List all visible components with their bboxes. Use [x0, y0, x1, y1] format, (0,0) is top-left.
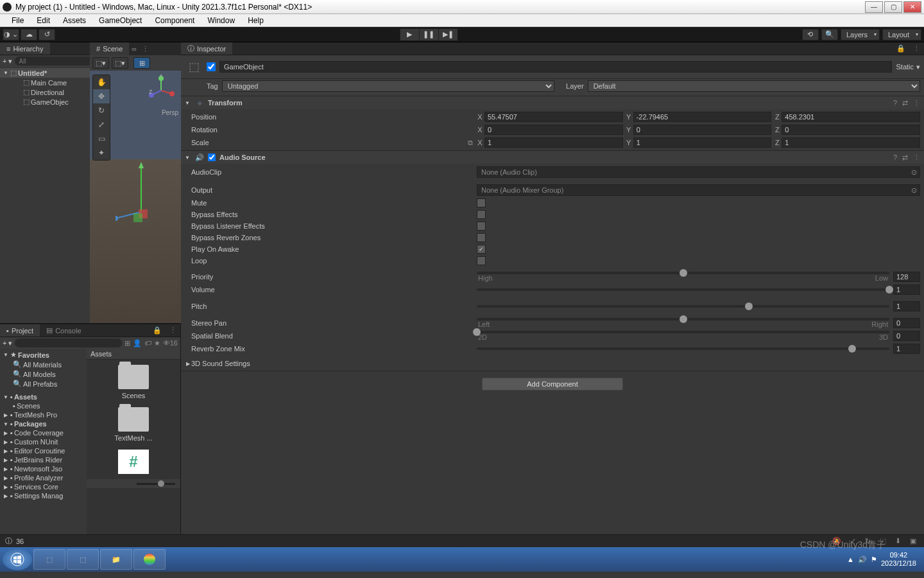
scene-options-icon[interactable]: ⋮	[139, 45, 151, 53]
menu-help[interactable]: Help	[241, 15, 270, 26]
search-button[interactable]: 🔍	[821, 29, 838, 40]
console-tab[interactable]: ▤ Console	[40, 325, 87, 336]
layout-dropdown[interactable]: Layout	[882, 29, 921, 40]
grid-size-slider[interactable]	[87, 479, 180, 488]
component-enabled-checkbox[interactable]	[208, 153, 216, 161]
game-tab-icon[interactable]: ∞	[129, 45, 139, 53]
folder-item[interactable]: TextMesh ...	[111, 407, 156, 442]
scale-tool[interactable]: ⤢	[93, 118, 110, 132]
scene-tab[interactable]: # Scene	[90, 42, 129, 55]
account-button[interactable]: ◑ ⌄	[3, 29, 19, 40]
preset-icon[interactable]: ⇄	[902, 99, 908, 107]
maximize-button[interactable]: ▢	[884, 1, 902, 13]
task-item[interactable]: ⬚	[33, 549, 65, 570]
rotation-x-input[interactable]	[484, 125, 623, 135]
bypass-reverb-checkbox[interactable]	[477, 233, 486, 242]
asset-item[interactable]: ▪ Scenes	[0, 401, 87, 410]
scale-z-input[interactable]	[782, 137, 920, 148]
filter-icon[interactable]: 👤	[133, 339, 142, 347]
start-button[interactable]	[3, 548, 32, 570]
spatial-input[interactable]	[893, 331, 920, 341]
rotation-z-input[interactable]	[782, 125, 920, 135]
stereo-slider[interactable]	[477, 318, 889, 320]
tray-icon[interactable]: 🔊	[858, 556, 867, 564]
asset-item[interactable]: ▶▪ TextMesh Pro	[0, 410, 87, 419]
filter-icon[interactable]: ⊞	[124, 339, 130, 347]
folder-item[interactable]: Scenes	[111, 365, 156, 399]
priority-slider[interactable]	[477, 272, 889, 274]
pause-button[interactable]: ❚❚	[419, 29, 438, 40]
info-icon[interactable]: ⓘ	[5, 536, 12, 546]
package-item[interactable]: ▶▪ Editor Coroutine	[0, 446, 87, 455]
clock[interactable]: 09:422023/12/18	[881, 551, 916, 568]
project-menu-icon[interactable]: ⋮	[166, 326, 180, 335]
menu-gameobject[interactable]: GameObject	[92, 15, 148, 26]
layers-dropdown[interactable]: Layers	[841, 29, 880, 40]
undo-history-button[interactable]: ⟲	[802, 29, 819, 40]
position-y-input[interactable]	[633, 112, 772, 122]
menu-edit[interactable]: Edit	[30, 15, 56, 26]
shading-mode-button[interactable]: ⬚▾	[92, 57, 109, 69]
volume-slider[interactable]	[477, 288, 889, 291]
menu-assets[interactable]: Assets	[56, 15, 92, 26]
move-gizmo-icon[interactable]	[116, 154, 180, 231]
menu-file[interactable]: File	[5, 15, 30, 26]
tray-icon[interactable]: ▲	[847, 556, 854, 563]
rotation-y-input[interactable]	[633, 125, 772, 135]
scale-y-input[interactable]	[633, 137, 772, 148]
package-item[interactable]: ▶▪ Newtonsoft Jso	[0, 464, 87, 473]
audioclip-field[interactable]: None (Audio Clip)	[477, 166, 920, 178]
component-menu-icon[interactable]: ⋮	[913, 153, 920, 162]
pitch-input[interactable]	[893, 301, 920, 311]
cloud-button[interactable]: ☁	[21, 29, 37, 40]
help-icon[interactable]: ?	[893, 99, 897, 107]
stereo-input[interactable]	[893, 318, 920, 328]
loop-checkbox[interactable]	[477, 256, 486, 265]
volume-input[interactable]	[893, 285, 920, 295]
history-button[interactable]: ↺	[38, 29, 55, 40]
asset-item[interactable]: #	[111, 450, 156, 474]
task-item[interactable]: ⬚	[67, 549, 99, 570]
gameobject-icon[interactable]: ⬚	[185, 58, 203, 76]
object-name-input[interactable]	[219, 61, 892, 73]
project-tab[interactable]: ▪ Project	[0, 324, 40, 337]
project-lock-icon[interactable]: 🔒	[149, 326, 166, 335]
package-item[interactable]: ▶▪ Services Core	[0, 482, 87, 491]
filter-icon[interactable]: 🏷	[144, 339, 151, 347]
help-icon[interactable]: ?	[893, 153, 897, 162]
package-item[interactable]: ▶▪ Profile Analyzer	[0, 473, 87, 482]
step-button[interactable]: ▶❚	[438, 29, 458, 40]
scale-x-input[interactable]	[484, 137, 623, 148]
close-button[interactable]: ✕	[903, 1, 921, 13]
tray-icon[interactable]: ⚑	[871, 556, 877, 564]
priority-input[interactable]	[893, 272, 920, 282]
packages-row[interactable]: ▼▪ Packages	[0, 419, 87, 428]
inspector-menu-icon[interactable]: ⋮	[909, 44, 924, 53]
move-tool[interactable]: ✥	[93, 89, 110, 103]
task-item[interactable]	[133, 549, 166, 570]
scene-viewport[interactable]: ✋ ✥ ↻ ⤢ ▭ ✦ yz Persp	[90, 71, 181, 323]
collapse-arrow-icon[interactable]: ▼	[185, 155, 191, 161]
inspector-lock-icon[interactable]: 🔒	[893, 44, 909, 53]
bypass-effects-checkbox[interactable]	[477, 210, 486, 219]
orientation-gizmo[interactable]: yz	[145, 74, 177, 107]
hand-tool[interactable]: ✋	[93, 75, 110, 89]
rotate-tool[interactable]: ↻	[93, 103, 110, 118]
position-z-input[interactable]	[782, 112, 920, 122]
project-create-dropdown[interactable]: + ▾	[3, 339, 12, 347]
package-item[interactable]: ▶▪ JetBrains Rider	[0, 455, 87, 464]
fav-item[interactable]: 🔍 All Materials	[0, 360, 87, 369]
play-button[interactable]: ▶	[400, 29, 419, 40]
project-breadcrumb[interactable]: Assets	[87, 349, 180, 360]
expand-arrow-icon[interactable]: ▶	[185, 361, 191, 367]
fav-item[interactable]: 🔍 All Models	[0, 369, 87, 379]
add-component-button[interactable]: Add Component	[482, 378, 623, 390]
menu-window[interactable]: Window	[201, 15, 241, 26]
static-dropdown[interactable]: ▾	[916, 63, 920, 71]
fav-item[interactable]: 🔍 All Prefabs	[0, 379, 87, 389]
hidden-count[interactable]: 👁16	[163, 339, 178, 347]
create-dropdown[interactable]: + ▾	[3, 57, 12, 66]
status-icon[interactable]: ⬇	[893, 537, 903, 545]
status-icon[interactable]: ▣	[907, 537, 919, 545]
pitch-slider[interactable]	[477, 305, 889, 308]
